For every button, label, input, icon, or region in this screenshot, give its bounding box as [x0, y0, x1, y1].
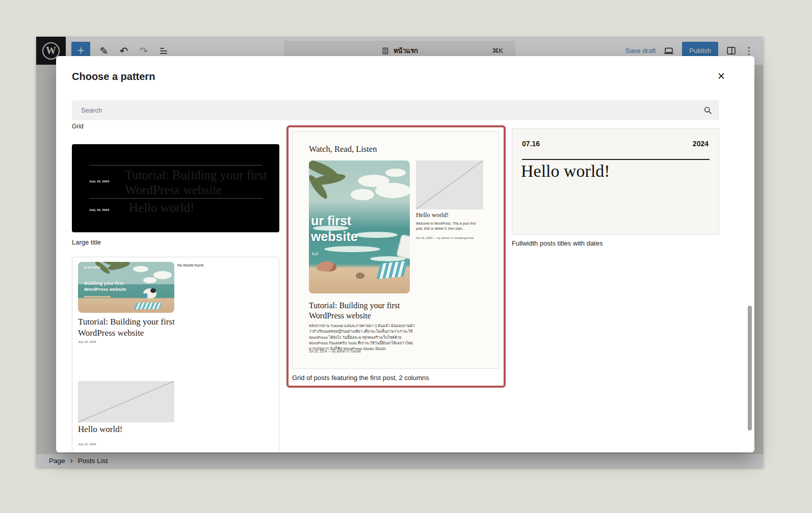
image-placeholder [78, 381, 174, 422]
close-icon: ✕ [717, 70, 725, 82]
secondary-post-meta: Jul 16, 2024 — by admin in Uncategorized [416, 236, 474, 239]
image-subtext: kul [312, 251, 318, 256]
beach-towel [376, 261, 407, 280]
image-byline-bar [84, 296, 111, 298]
image-title-text: Building your first WordPress website [84, 280, 143, 292]
image-text-line1: ur first [311, 213, 351, 228]
desktop: { "topbar": { "logo_letter": "W", "inser… [0, 0, 812, 513]
search-input[interactable] [72, 100, 719, 120]
pattern-section-label: Grid [72, 123, 84, 130]
post-date: July 16, 2024 [89, 180, 110, 183]
shell-illustration [356, 273, 364, 279]
pattern-heading: Watch, Read, Listen [309, 144, 377, 154]
pattern-large-title[interactable]: July 16, 2024 Tutorial: Building your fi… [72, 144, 279, 232]
laptop-illustration [396, 234, 410, 260]
image-placeholder [416, 160, 483, 209]
modal-title: Choose a pattern [72, 71, 155, 83]
pattern-caption-large-title: Large title [72, 238, 101, 246]
umbrella-illustration [317, 261, 336, 272]
pattern-posts-list[interactable]: BLOG.WPRD Building your first WordPress … [72, 257, 279, 452]
featured-image-beach: ur first website kul [309, 160, 410, 293]
editor-window: W + ✎ ↶ ↷ หน้าแรก [36, 37, 763, 467]
pattern-caption-grid: Grid of posts featuring the first post, … [292, 374, 429, 382]
secondary-post-excerpt: Welcome to WordPress. This is your first… [416, 221, 483, 231]
divider [89, 198, 263, 199]
featured-post-meta: Jul 16, 2024 — by admin in Tutorial [309, 349, 361, 353]
divider [522, 159, 710, 160]
post-date: July 16, 2024 [78, 340, 96, 343]
post-title: Hello world! [78, 424, 122, 435]
close-button[interactable]: ✕ [714, 68, 729, 84]
pattern-grid-two-columns[interactable]: Watch, Read, Listen ur first website kul [292, 131, 499, 369]
image-brand-text: BLOG.WPRD [84, 266, 101, 269]
secondary-post-title: Hello world! [416, 211, 449, 219]
pattern-search [72, 100, 719, 120]
beach-towel [134, 303, 162, 309]
featured-post-title: Tutorial: Building your first WordPress … [309, 301, 413, 321]
post-title: Hello world! [521, 161, 610, 181]
divider [89, 165, 263, 166]
featured-post-excerpt: หลังจากอ่าน Tutorial แสนจะง่ายดายมา 3 ตั… [309, 323, 418, 352]
pattern-fullwidth-dates[interactable]: 07.16 2024 Hello world! [512, 128, 719, 235]
post-date: July 16, 2024 [89, 208, 110, 211]
search-icon [702, 105, 713, 116]
modal-scrollbar-thumb[interactable] [748, 306, 752, 430]
post-date: July 16, 2024 [78, 443, 96, 446]
post-date-year: 2024 [693, 140, 709, 148]
no-results-text: No results found. [177, 263, 204, 267]
choose-pattern-modal: Choose a pattern ✕ Grid July 16, 2024 Tu… [56, 56, 754, 452]
post-title: Tutorial: Building your first WordPress … [78, 316, 200, 339]
post-date-monthday: 07.16 [522, 140, 540, 148]
post-title: Hello world! [129, 201, 194, 215]
featured-image-beach-cat: BLOG.WPRD Building your first WordPress … [78, 262, 174, 313]
image-text-line2: website [311, 229, 358, 244]
post-title: Tutorial: Building your first WordPress … [125, 168, 274, 198]
pattern-caption-fullwidth: Fullwidth posts titles with dates [512, 239, 603, 247]
